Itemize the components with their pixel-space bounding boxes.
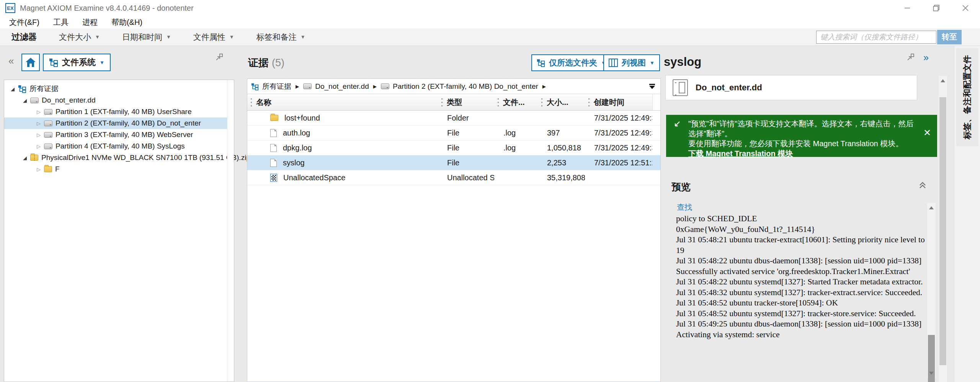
filters-label: 过滤器 (11, 31, 37, 43)
hierarchy-icon (18, 85, 26, 93)
expander-icon[interactable]: ▷ (36, 109, 42, 115)
hierarchy-icon (537, 59, 545, 67)
title-bar: EX Magnet AXIOM Examine v8.4.0.41469 - d… (0, 0, 980, 16)
evidence-header: 证据(5) (248, 56, 284, 70)
column-header-created[interactable]: 创建时间 (585, 94, 652, 110)
table-scrollbar[interactable] (652, 94, 660, 110)
menu-tools[interactable]: 工具 (53, 17, 69, 28)
breadcrumb-item-partition[interactable]: Partition 2 (EXT-family, 40 MB) Do_not_e… (393, 82, 538, 91)
tree-item-do-not-enter-dd[interactable]: ◢ Do_not_enter.dd (4, 95, 234, 106)
chevron-down-icon: ▼ (650, 60, 655, 66)
log-line: policy to SCHED_IDLE (676, 214, 925, 224)
chevron-down-icon: ▼ (95, 34, 100, 40)
tree-item-partition-4[interactable]: ▷ Partition 4 (EXT-family, 40 MB) SysLog… (4, 140, 234, 152)
column-view-button[interactable]: 列视图 ▼ (603, 54, 660, 71)
tree-item-all-evidence[interactable]: ◢ 所有证据 (4, 83, 234, 95)
chevron-down-icon: ▼ (166, 34, 171, 40)
log-line: Jul 31 05:48:52 ubuntu tracker-store[105… (676, 298, 925, 309)
tree-scrollbar[interactable] (227, 80, 234, 382)
menu-process[interactable]: 进程 (82, 17, 98, 28)
restore-button[interactable] (922, 0, 951, 16)
menu-file[interactable]: 文件(&F) (9, 17, 39, 28)
column-grip-icon[interactable] (541, 97, 543, 107)
close-icon[interactable]: ✕ (923, 128, 931, 138)
column-grip-icon[interactable] (250, 97, 252, 107)
column-grip-icon[interactable] (588, 97, 590, 107)
table-row[interactable]: auth.log File .log 397 7/31/2025 12:49:3… (247, 126, 660, 140)
tree-item-label: Partition 1 (EXT-family, 40 MB) UserShar… (56, 108, 191, 116)
collapse-panel-icon[interactable]: « (8, 55, 14, 67)
banner-message-1: "预览"和"详情"选项卡现支持文本翻译。选择文本，右键点击，然后选择"翻译"。 (688, 119, 916, 139)
chevron-down-icon: ▼ (229, 34, 234, 40)
table-row[interactable]: dpkg.log File .log 1,050,818 7/31/2025 1… (247, 140, 660, 155)
selected-folder-only-button[interactable]: 仅所选文件夹 ▼ (531, 54, 611, 71)
expander-icon[interactable]: ▷ (36, 167, 42, 172)
expander-icon[interactable]: ▷ (36, 121, 42, 126)
detail-scrollbar[interactable] (939, 76, 947, 382)
source-card[interactable]: Do_not_enter.dd (665, 75, 917, 100)
view-selector-button[interactable]: 文件系统 ▼ (43, 54, 111, 71)
filter-date-time[interactable]: 日期和时间▼ (122, 32, 171, 42)
table-row[interactable]: lost+found Folder 7/31/2025 12:49:34. (247, 111, 660, 126)
scroll-down-icon[interactable] (927, 368, 936, 378)
download-translation-link[interactable]: 下载 Magnet Translation 模块 (688, 149, 793, 158)
log-line: Jul 31 05:48:22 ubuntu systemd[1327]: St… (676, 277, 925, 287)
breadcrumb-item-all-evidence[interactable]: 所有证据 (262, 82, 291, 91)
breadcrumb: 所有证据 ▶ Do_not_enter.dd ▶ Partition 2 (EX… (247, 79, 660, 94)
scroll-up-icon[interactable] (939, 76, 947, 86)
go-button[interactable]: 转至 (937, 30, 962, 44)
translate-arrow-icon (672, 120, 681, 129)
log-line: Jul 31 05:48:21 ubuntu tracker-extract[1… (676, 235, 925, 256)
column-header-name[interactable]: 名称 (247, 94, 438, 110)
expander-icon[interactable]: ◢ (22, 98, 28, 103)
filter-tags-comments[interactable]: 标签和备注▼ (256, 32, 305, 42)
scrollbar-thumb[interactable] (939, 97, 946, 365)
search-input[interactable] (816, 31, 936, 44)
column-grip-icon[interactable] (441, 97, 443, 107)
find-link[interactable]: 查找 (677, 202, 692, 212)
table-row[interactable]: UnallocatedSpace Unallocated Space 35,31… (247, 170, 660, 185)
column-header-extension[interactable]: 文件... (494, 94, 538, 110)
table-row-selected[interactable]: syslog File 2,253 7/31/2025 12:51:28. (247, 155, 660, 170)
column-filter-icon[interactable] (649, 82, 655, 91)
breadcrumb-separator: ▶ (296, 84, 299, 89)
close-button[interactable] (951, 0, 980, 16)
tree-item-partition-2[interactable]: ▷ Partition 2 (EXT-family, 40 MB) Do_not… (4, 118, 234, 129)
column-header-size[interactable]: 大小... (538, 94, 585, 110)
expander-icon[interactable]: ◢ (10, 86, 16, 92)
expand-panel-icon[interactable]: » (923, 52, 929, 63)
tree-item-f[interactable]: ▷ F (4, 163, 234, 175)
tree-item-physicaldrive-zip[interactable]: ◢ PhysicalDrive1 NVMe WD_BLACK SN7100 1T… (4, 152, 234, 163)
filter-file-attributes[interactable]: 文件属性▼ (193, 32, 234, 42)
filter-file-size[interactable]: 文件大小▼ (59, 32, 100, 42)
expander-icon[interactable]: ▷ (36, 132, 42, 138)
expander-icon[interactable]: ◢ (22, 155, 28, 161)
file-icon (270, 159, 277, 167)
menu-help[interactable]: 帮助(&H) (111, 17, 142, 28)
disk-icon (44, 121, 52, 126)
minimize-button[interactable] (893, 0, 922, 16)
collapse-section-icon[interactable] (919, 181, 926, 189)
translation-banner: "预览"和"详情"选项卡现支持文本翻译。选择文本，右键点击，然后选择"翻译"。 … (666, 115, 937, 157)
folder-icon (270, 115, 278, 121)
main-area: « 文件系统 ▼ ◢ 所有证据 ◢ Do_not_enter.dd ▷ Part… (0, 46, 980, 382)
menu-bar: 文件(&F) 工具 进程 帮助(&H) (0, 16, 980, 28)
tab-tags-comments-profiles[interactable]: 标签、备注和配置文件 (956, 48, 978, 146)
pin-icon[interactable] (215, 53, 224, 61)
preview-text[interactable]: policy to SCHED_IDLE 0xGame{WoW_y0u_fouN… (676, 214, 925, 382)
tree-item-label: 所有证据 (29, 84, 59, 94)
scroll-up-icon[interactable] (927, 203, 936, 213)
log-line: Jul 31 05:49:25 ubuntu dbus-daemon[1338]… (676, 319, 925, 340)
preview-scrollbar[interactable] (927, 203, 936, 378)
home-button[interactable] (21, 54, 40, 71)
breadcrumb-item-image[interactable]: Do_not_enter.dd (315, 82, 369, 91)
tree-item-partition-3[interactable]: ▷ Partition 3 (EXT-family, 40 MB) WebSer… (4, 129, 234, 140)
column-grip-icon[interactable] (497, 97, 499, 107)
pin-icon[interactable] (906, 53, 915, 61)
home-icon (25, 57, 36, 67)
filter-bar: 过滤器 文件大小▼ 日期和时间▼ 文件属性▼ 标签和备注▼ 转至 (0, 28, 980, 46)
tree-item-partition-1[interactable]: ▷ Partition 1 (EXT-family, 40 MB) UserSh… (4, 106, 234, 118)
evidence-list-panel: 所有证据 ▶ Do_not_enter.dd ▶ Partition 2 (EX… (247, 78, 661, 382)
column-header-type[interactable]: 类型 (438, 94, 494, 110)
expander-icon[interactable]: ▷ (36, 144, 42, 149)
